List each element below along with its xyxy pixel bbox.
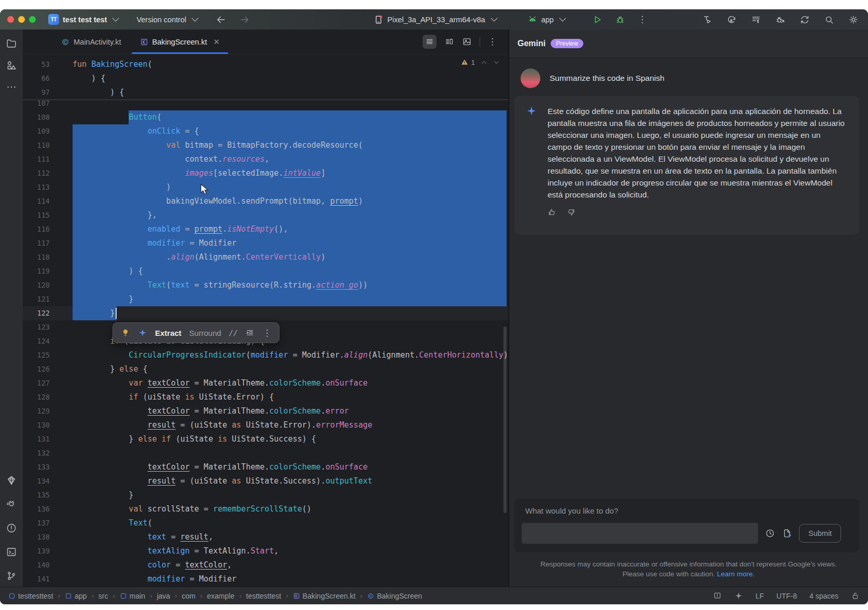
app-quality-insights-button[interactable] (6, 475, 17, 486)
warning-count[interactable]: 1 (460, 58, 475, 66)
code-editor[interactable]: 141modifier = Modifier140color = textCol… (23, 54, 508, 587)
close-tab-button[interactable]: ✕ (213, 37, 220, 47)
prompt-history-button[interactable] (765, 528, 775, 538)
breadcrumb-com[interactable]: com (182, 592, 195, 600)
problems-tool-button[interactable] (6, 522, 17, 534)
code-line-129[interactable]: 129textColor = MaterialTheme.colorScheme… (23, 404, 508, 418)
tab-mainactivity-kt[interactable]: MainActivity.kt (52, 30, 131, 54)
file-encoding[interactable]: UTF-8 (776, 592, 797, 600)
code-line-141[interactable]: 141modifier = Modifier (23, 572, 508, 586)
code-line-115[interactable]: 115}, (23, 208, 508, 222)
code-line-122[interactable]: 122} (23, 306, 508, 320)
code-line-120[interactable]: 120Text(text = stringResource(R.string.a… (23, 278, 508, 292)
code-line-130[interactable]: 130result = (uiState as UiState.Error).e… (23, 418, 508, 432)
file-writable-icon[interactable] (851, 591, 860, 600)
code-line-121[interactable]: 121} (23, 292, 508, 306)
zoom-window-button[interactable] (29, 16, 36, 23)
debug-button[interactable] (615, 15, 625, 25)
reformat-button[interactable] (245, 328, 255, 337)
prev-problem-button[interactable] (481, 59, 487, 66)
project-tool-button[interactable] (6, 38, 17, 49)
code-line-119[interactable]: 119) { (23, 264, 508, 278)
code-line-139[interactable]: 139textAlign = TextAlign.Start, (23, 544, 508, 558)
minimize-window-button[interactable] (18, 16, 25, 23)
gemini-actions-icon[interactable] (138, 328, 147, 337)
attach-debugger-button[interactable] (775, 15, 786, 25)
breadcrumb-src[interactable]: src (99, 592, 108, 600)
version-control-menu[interactable]: Version control (132, 12, 204, 27)
gemini-status-icon[interactable] (734, 591, 743, 600)
breadcrumb-bakingscreen-kt[interactable]: BakingScreen.kt (293, 592, 356, 600)
code-line-125[interactable]: 125CircularProgressIndicator(modifier = … (23, 348, 508, 362)
device-selector[interactable]: Pixel_3a_API_33_arm64-v8a (369, 12, 503, 27)
version-control-tool-button[interactable] (6, 570, 17, 581)
breadcrumb-main[interactable]: main (120, 592, 145, 600)
notifications-icon[interactable] (713, 591, 722, 600)
code-line-138[interactable]: 138text = result, (23, 530, 508, 544)
editor-scrollbar[interactable] (503, 327, 507, 513)
run-button[interactable] (592, 15, 603, 25)
code-line-140[interactable]: 140color = textColor, (23, 558, 508, 572)
code-line-53[interactable]: 53fun BakingScreen( (23, 58, 508, 72)
code-line-128[interactable]: 128if (uiState is UiState.Error) { (23, 390, 508, 404)
code-line-111[interactable]: 111context.resources, (23, 152, 508, 166)
code-line-118[interactable]: 118.align(Alignment.CenterVertically) (23, 250, 508, 264)
thumbs-up-button[interactable] (548, 208, 556, 217)
more-run-options-button[interactable]: ⋮ (638, 15, 647, 24)
code-line-108[interactable]: 108Button( (23, 110, 508, 124)
code-line-113[interactable]: 113) (23, 180, 508, 194)
resource-manager-button[interactable] (6, 60, 17, 71)
close-window-button[interactable] (7, 16, 14, 23)
apply-changes-button[interactable] (726, 15, 737, 25)
submit-button[interactable]: Submit (799, 524, 841, 543)
terminal-tool-button[interactable] (6, 546, 17, 558)
forward-button[interactable] (237, 12, 252, 27)
indent-style[interactable]: 4 spaces (809, 592, 838, 600)
editor-options-button[interactable]: ⋮ (488, 37, 497, 46)
code-line-97[interactable]: 97) { (23, 86, 508, 100)
more-tool-windows-button[interactable] (6, 81, 17, 93)
code-line-117[interactable]: 117modifier = Modifier (23, 236, 508, 250)
attach-context-button[interactable] (782, 528, 792, 538)
code-line-109[interactable]: 109onClick = { (23, 124, 508, 138)
logcat-tool-button[interactable] (6, 499, 17, 510)
code-line-127[interactable]: 127var textColor = MaterialTheme.colorSc… (23, 376, 508, 390)
logcat-button[interactable] (751, 15, 761, 25)
comment-button[interactable]: // (229, 329, 238, 337)
code-line-137[interactable]: 137Text( (23, 516, 508, 530)
code-line-126[interactable]: 126} else { (23, 362, 508, 376)
extract-button[interactable]: Extract (155, 329, 181, 337)
breadcrumb-bakingscreen[interactable]: BakingScreen (367, 592, 422, 600)
thumbs-down-button[interactable] (567, 208, 576, 217)
back-button[interactable] (214, 12, 228, 27)
code-view-button[interactable] (423, 35, 437, 49)
code-line-112[interactable]: 112images[selectedImage.intValue] (23, 166, 508, 180)
code-line-136[interactable]: 136val scrollState = rememberScrollState… (23, 502, 508, 516)
surround-button[interactable]: Surround (189, 329, 221, 337)
sync-button[interactable] (800, 15, 810, 25)
breadcrumb-testtesttest[interactable]: testtesttest (246, 592, 282, 600)
run-config-selector[interactable]: app (523, 12, 572, 27)
code-line-114[interactable]: 114bakingViewModel.sendPrompt(bitmap, pr… (23, 194, 508, 208)
more-actions-button[interactable]: ⋮ (262, 329, 271, 337)
gemini-prompt-input[interactable] (522, 523, 758, 544)
preview-button[interactable] (462, 37, 472, 47)
project-selector[interactable]: TT test test test (44, 12, 125, 27)
code-line-110[interactable]: 110val bitmap = BitmapFactory.decodeReso… (23, 138, 508, 152)
breadcrumb-example[interactable]: example (207, 592, 234, 600)
settings-button[interactable] (848, 15, 859, 25)
breadcrumb-testtesttest[interactable]: testtesttest (8, 592, 53, 600)
intention-bulb-icon[interactable] (121, 328, 130, 337)
code-line-131[interactable]: 131} else if (uiState is UiState.Success… (23, 432, 508, 446)
line-separator[interactable]: LF (755, 592, 764, 600)
code-line-132[interactable]: 132 (23, 446, 508, 460)
code-line-66[interactable]: 66) { (23, 72, 508, 86)
split-view-button[interactable] (444, 37, 454, 47)
code-line-134[interactable]: 134result = (uiState as UiState.Success)… (23, 474, 508, 488)
profiler-button[interactable] (702, 15, 712, 25)
code-line-135[interactable]: 135} (23, 488, 508, 502)
learn-more-link[interactable]: Learn more. (717, 570, 755, 578)
breadcrumb-app[interactable]: app (65, 592, 87, 600)
breadcrumb-java[interactable]: java (157, 592, 170, 600)
code-line-116[interactable]: 116enabled = prompt.isNotEmpty(), (23, 222, 508, 236)
